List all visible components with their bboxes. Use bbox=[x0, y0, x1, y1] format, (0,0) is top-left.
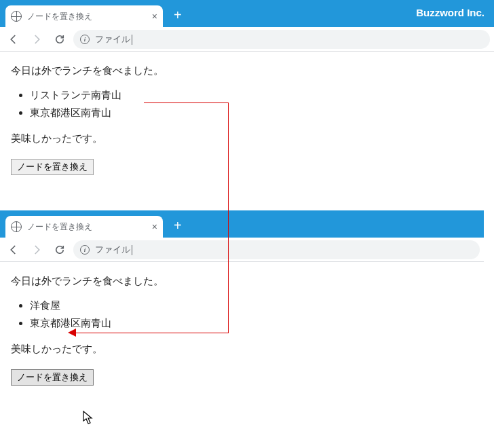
toolbar: i ファイル bbox=[0, 27, 494, 52]
page-content: 今日は外でランチを食べました。 リストランテ南青山 東京都港区南青山 美味しかっ… bbox=[0, 52, 494, 186]
title-bar: ノードを置き換え × + Buzzword Inc. bbox=[0, 0, 494, 27]
globe-icon bbox=[11, 221, 22, 232]
new-tab-button[interactable]: + bbox=[174, 7, 182, 23]
back-button[interactable] bbox=[4, 240, 23, 259]
item-list: 洋食屋 東京都港区南青山 bbox=[30, 297, 473, 331]
annotation-arrowhead bbox=[68, 329, 76, 337]
arrow-left-icon bbox=[7, 244, 20, 256]
list-item: 洋食屋 bbox=[30, 297, 473, 314]
arrow-right-icon bbox=[31, 33, 43, 45]
replace-node-button[interactable]: ノードを置き換え bbox=[11, 159, 94, 175]
title-bar: ノードを置き換え × + bbox=[0, 210, 484, 238]
back-button[interactable] bbox=[4, 30, 23, 49]
reload-icon bbox=[54, 33, 66, 45]
toolbar: i ファイル bbox=[0, 238, 484, 262]
address-text: ファイル bbox=[95, 33, 132, 45]
address-bar[interactable]: i ファイル bbox=[73, 240, 480, 259]
item-list: リストランテ南青山 東京都港区南青山 bbox=[30, 87, 483, 121]
tab-title: ノードを置き換え bbox=[27, 11, 147, 22]
paragraph: 今日は外でランチを食べました。 bbox=[11, 273, 473, 289]
browser-tab[interactable]: ノードを置き換え × bbox=[5, 216, 163, 238]
list-item: 東京都港区南青山 bbox=[30, 105, 483, 121]
info-icon: i bbox=[80, 245, 90, 255]
reload-button[interactable] bbox=[50, 240, 69, 259]
browser-window-after: ノードを置き換え × + i ファイル 今日は外でランチを食べました。 洋食屋 … bbox=[0, 210, 484, 396]
arrow-left-icon bbox=[7, 33, 20, 45]
close-icon[interactable]: × bbox=[152, 221, 157, 232]
paragraph: 美味しかったです。 bbox=[11, 341, 473, 357]
paragraph: 今日は外でランチを食べました。 bbox=[11, 62, 483, 79]
paragraph: 美味しかったです。 bbox=[11, 130, 483, 147]
reload-button[interactable] bbox=[50, 30, 69, 49]
reload-icon bbox=[54, 244, 66, 256]
tab-title: ノードを置き換え bbox=[27, 221, 147, 233]
new-tab-button[interactable]: + bbox=[174, 218, 182, 234]
address-bar[interactable]: i ファイル bbox=[73, 30, 490, 49]
forward-button[interactable] bbox=[27, 240, 46, 259]
list-item: 東京都港区南青山 bbox=[30, 315, 473, 331]
info-icon: i bbox=[80, 35, 90, 44]
browser-window-before: ノードを置き換え × + Buzzword Inc. i ファイル 今日は外でラ… bbox=[0, 0, 494, 186]
browser-tab[interactable]: ノードを置き換え × bbox=[5, 5, 163, 27]
mouse-cursor-icon bbox=[83, 411, 95, 426]
brand-label: Buzzword Inc. bbox=[416, 7, 484, 18]
arrow-right-icon bbox=[31, 244, 43, 256]
replace-node-button[interactable]: ノードを置き換え bbox=[11, 369, 94, 386]
list-item: リストランテ南青山 bbox=[30, 87, 483, 103]
globe-icon bbox=[11, 11, 22, 22]
close-icon[interactable]: × bbox=[152, 11, 157, 22]
address-text: ファイル bbox=[95, 244, 132, 256]
forward-button[interactable] bbox=[27, 30, 46, 49]
